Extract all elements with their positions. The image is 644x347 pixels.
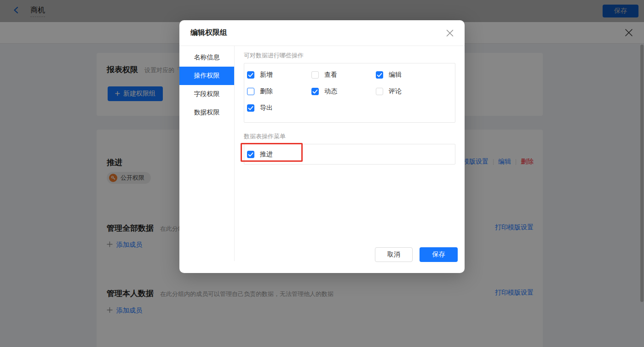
tab-field-permission[interactable]: 字段权限 xyxy=(179,85,234,103)
tab-operation-permission[interactable]: 操作权限 xyxy=(179,67,234,85)
checkbox-label: 查看 xyxy=(324,71,337,79)
modal-tabs: 名称信息 操作权限 字段权限 数据权限 xyxy=(179,46,235,261)
checkbox-label: 导出 xyxy=(260,104,273,112)
op-item-export: 导出 xyxy=(247,104,311,112)
modal-body: 名称信息 操作权限 字段权限 数据权限 可对数据进行哪些操作 新增 查看 xyxy=(179,46,465,261)
op-item-activity: 动态 xyxy=(311,87,376,96)
checkbox-label: 新增 xyxy=(260,71,273,79)
modal-header: 编辑权限组 xyxy=(179,20,465,46)
checkbox-edit[interactable] xyxy=(376,71,383,79)
checkbox-label: 动态 xyxy=(324,87,337,96)
menu-section-label: 数据表操作菜单 xyxy=(244,132,455,141)
checkbox-label: 评论 xyxy=(389,87,402,96)
modal-content: 可对数据进行哪些操作 新增 查看 编辑 xyxy=(235,46,465,261)
cancel-button[interactable]: 取消 xyxy=(375,247,413,262)
checkbox-label: 编辑 xyxy=(389,71,402,79)
operations-checkbox-group: 新增 查看 编辑 删除 xyxy=(244,63,455,123)
table-menu-checkbox-group: 推进 xyxy=(244,144,455,165)
tab-data-permission[interactable]: 数据权限 xyxy=(179,103,234,122)
op-item-delete: 删除 xyxy=(247,87,311,96)
save-button[interactable]: 保存 xyxy=(420,247,458,262)
op-item-comment: 评论 xyxy=(376,87,455,96)
topbar-backdrop xyxy=(0,0,644,22)
checkbox-view[interactable] xyxy=(311,71,319,79)
op-item-edit: 编辑 xyxy=(376,71,455,79)
checkbox-delete[interactable] xyxy=(247,88,254,95)
modal-title: 编辑权限组 xyxy=(190,28,227,38)
checkbox-activity[interactable] xyxy=(311,88,319,95)
checkbox-advance[interactable] xyxy=(247,151,254,158)
menu-item-advance: 推进 xyxy=(247,150,273,159)
screen: 商机 保存 报表权限 设置对应的「报表」权限 新建权限组 xyxy=(0,0,644,347)
operations-section-label: 可对数据进行哪些操作 xyxy=(244,51,455,60)
modal-footer: 取消 保存 xyxy=(179,241,465,273)
checkbox-comment[interactable] xyxy=(376,88,383,95)
checkbox-add[interactable] xyxy=(247,71,254,79)
modal-close-icon[interactable] xyxy=(446,29,454,37)
op-item-add: 新增 xyxy=(247,71,311,79)
checkbox-export[interactable] xyxy=(247,104,254,112)
checkbox-label: 推进 xyxy=(260,150,273,159)
checkbox-label: 删除 xyxy=(260,87,273,96)
edit-permission-group-modal: 编辑权限组 名称信息 操作权限 字段权限 数据权限 可对数据进行哪些操作 新增 xyxy=(179,20,465,273)
op-item-view: 查看 xyxy=(311,71,376,79)
tab-name-info[interactable]: 名称信息 xyxy=(179,48,234,67)
